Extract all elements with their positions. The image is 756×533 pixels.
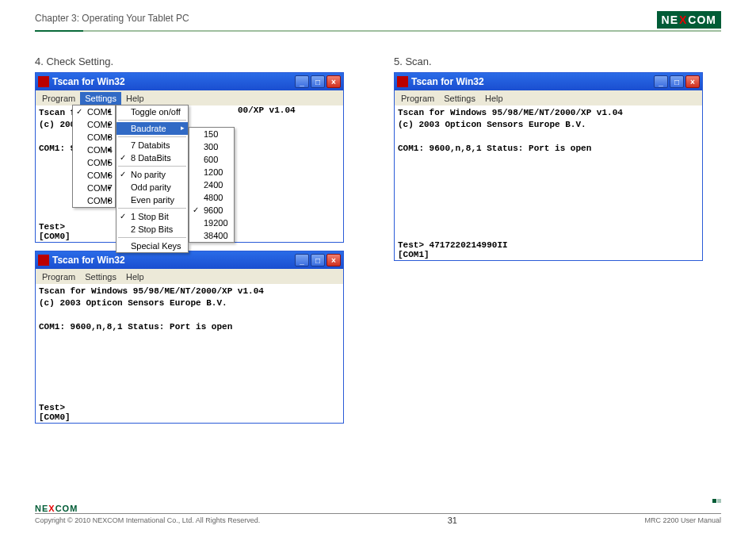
minimize-button[interactable]: _ [295, 75, 309, 88]
logo-right: COM [688, 13, 716, 26]
com-settings-menu[interactable]: Toggle on/off Baudrate 7 Databits 8 Data… [116, 105, 189, 253]
menu-item-com8[interactable]: COM8 [73, 194, 115, 207]
menu-item-8databits[interactable]: 8 DataBits [116, 151, 188, 164]
com-port-menu[interactable]: COM1 COM2 COM3 COM4 COM5 COM6 COM7 COM8 [72, 105, 116, 208]
baud-150[interactable]: 150 [189, 128, 234, 140]
minimize-button[interactable]: _ [654, 75, 668, 88]
menu-item-oddparity[interactable]: Odd parity [116, 181, 188, 194]
menu-program[interactable]: Program [37, 270, 80, 283]
baud-2400[interactable]: 2400 [189, 178, 234, 191]
copyright-text: Copyright © 2010 NEXCOM International Co… [35, 516, 260, 524]
baud-19200[interactable]: 19200 [189, 217, 234, 229]
menu-item-2stopbits[interactable]: 2 Stop Bits [116, 223, 188, 236]
console3-com-line: COM1: 9600,n,8,1 Status: Port is open [398, 143, 699, 155]
footer-logo: NEXCOM [35, 504, 78, 513]
baud-4800[interactable]: 4800 [189, 191, 234, 204]
nexcom-logo: NEXCOM [657, 11, 721, 29]
header-divider [35, 30, 721, 32]
footer-deco-icon [712, 499, 721, 503]
baud-300[interactable]: 300 [189, 140, 234, 153]
maximize-button[interactable]: □ [670, 75, 684, 88]
menu-item-1stopbit[interactable]: 1 Stop Bit [116, 210, 188, 223]
titlebar-2[interactable]: Tscan for Win32 _ □ × [36, 251, 343, 269]
menu-item-com4[interactable]: COM4 [73, 144, 115, 156]
menu-item-com2[interactable]: COM2 [73, 118, 115, 131]
titlebar[interactable]: Tscan for Win32 _ □ × [36, 73, 343, 90]
logo-x: X [679, 13, 687, 26]
logo-left: NE [662, 13, 678, 26]
menu-settings[interactable]: Settings [439, 92, 480, 105]
com1-label: [COM1] [398, 250, 508, 259]
baud-600[interactable]: 600 [189, 153, 234, 166]
minimize-button[interactable]: _ [295, 254, 309, 266]
com0-label: [COM0] [39, 232, 71, 241]
console-area-2: Tscan for Windows 95/98/ME/NT/2000/XP v1… [36, 284, 343, 423]
page-footer: NEXCOM Copyright © 2010 NEXCOM Internati… [35, 504, 721, 525]
console-area-3: Tscan for Windows 95/98/ME/NT/2000/XP v1… [395, 105, 702, 260]
close-button[interactable]: × [326, 75, 341, 88]
console-com-line: COM1: 9600,n,8,1 Status: Port is open [39, 321, 340, 333]
close-button[interactable]: × [685, 75, 700, 88]
baudrate-menu[interactable]: 150 300 600 1200 2400 4800 9600 19200 38… [189, 127, 235, 243]
console-area: Tscan fo (c) 2003 COM1: 9 COM1 COM2 COM3… [36, 105, 343, 242]
menu-program[interactable]: Program [37, 92, 80, 105]
menu-program[interactable]: Program [396, 92, 439, 105]
step-5-label: 5. Scan. [394, 56, 721, 67]
test-prompt-2: Test> [39, 403, 71, 412]
menu-item-baudrate[interactable]: Baudrate [116, 122, 188, 135]
maximize-button[interactable]: □ [311, 75, 325, 88]
menu-item-specialkeys[interactable]: Special Keys [116, 240, 188, 252]
page-number: 31 [448, 516, 457, 525]
scan-result-line: Test> 4717220214990II [398, 240, 508, 250]
chapter-title: Chapter 3: Operating Your Tablet PC [35, 13, 189, 27]
app-icon [397, 76, 408, 87]
maximize-button[interactable]: □ [311, 254, 325, 266]
baud-9600[interactable]: 9600 [189, 204, 234, 217]
manual-name: MRC 2200 User Manual [644, 516, 721, 524]
titlebar-3[interactable]: Tscan for Win32 _ □ × [395, 73, 702, 90]
app-icon [38, 255, 49, 266]
window-title-3: Tscan for Win32 [411, 76, 654, 87]
window-title: Tscan for Win32 [52, 76, 295, 87]
console-line1: Tscan for Windows 95/98/ME/NT/2000/XP v1… [39, 286, 340, 297]
baud-38400[interactable]: 38400 [189, 229, 234, 242]
baud-1200[interactable]: 1200 [189, 166, 234, 178]
menu-help[interactable]: Help [121, 270, 149, 283]
console-line2: (c) 2003 Opticon Sensors Europe B.V. [39, 297, 340, 309]
menu-item-evenparity[interactable]: Even parity [116, 194, 188, 206]
menu-settings[interactable]: Settings [80, 92, 121, 105]
menu-item-noparity[interactable]: No parity [116, 168, 188, 181]
test-prompt: Test> [39, 222, 71, 232]
menu-item-com6[interactable]: COM6 [73, 169, 115, 182]
line1-right: 00/XP v1.04 [238, 105, 296, 115]
menu-item-com3[interactable]: COM3 [73, 131, 115, 144]
com0-label-2: [COM0] [39, 412, 71, 422]
menu-help[interactable]: Help [480, 92, 508, 105]
window-title-2: Tscan for Win32 [52, 255, 295, 266]
tscan-window-settings: Tscan for Win32 _ □ × Program Settings H… [35, 72, 344, 243]
tscan-window-scan: Tscan for Win32 _ □ × Program Settings H… [394, 72, 703, 261]
tscan-window-portopen: Tscan for Win32 _ □ × Program Settings H… [35, 251, 344, 424]
menu-help[interactable]: Help [121, 92, 149, 105]
close-button[interactable]: × [326, 254, 341, 266]
step-4-label: 4. Check Setting. [35, 56, 362, 67]
menu-item-com1[interactable]: COM1 [73, 105, 115, 118]
app-icon [38, 76, 49, 87]
console3-line1: Tscan for Windows 95/98/ME/NT/2000/XP v1… [398, 107, 699, 119]
menu-item-com7[interactable]: COM7 [73, 182, 115, 194]
menu-item-com5[interactable]: COM5 [73, 156, 115, 169]
menu-item-toggle[interactable]: Toggle on/off [116, 105, 188, 118]
console3-line2: (c) 2003 Opticon Sensors Europe B.V. [398, 119, 699, 131]
menu-settings[interactable]: Settings [80, 270, 121, 283]
menu-item-7databits[interactable]: 7 Databits [116, 139, 188, 151]
